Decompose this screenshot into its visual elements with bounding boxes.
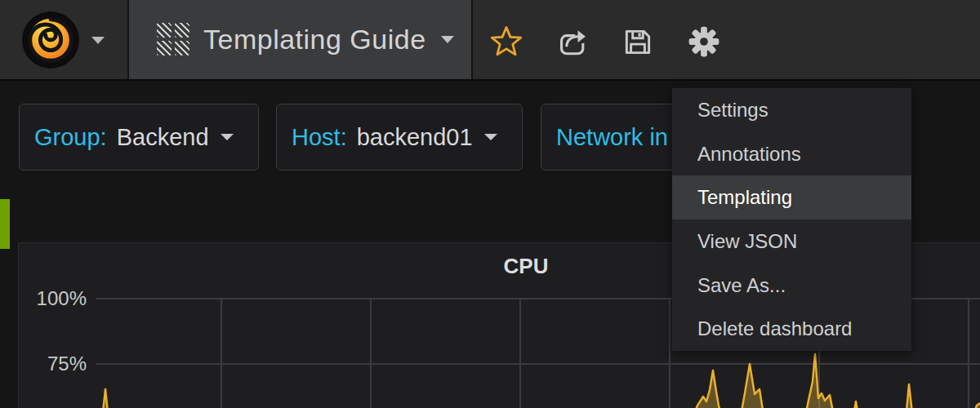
- share-icon: [552, 24, 586, 59]
- title-dropdown-caret-icon: [441, 36, 454, 43]
- dashboard-title: Templating Guide: [203, 24, 426, 55]
- variable-value: Backend: [117, 124, 209, 151]
- series-fill: [96, 354, 980, 408]
- menu-item-templating[interactable]: Templating: [672, 175, 911, 220]
- top-navbar: Templating Guide: [0, 0, 980, 81]
- menu-item-save-as---[interactable]: Save As...: [672, 264, 911, 308]
- menu-item-delete-dashboard[interactable]: Delete dashboard: [672, 307, 911, 351]
- menu-item-settings[interactable]: Settings: [672, 88, 911, 132]
- menu-item-view-json[interactable]: View JSON: [672, 220, 911, 264]
- variable-value: backend01: [357, 124, 473, 151]
- navbar-divider: [471, 0, 473, 79]
- grafana-logo[interactable]: [21, 11, 80, 69]
- gear-icon: [687, 24, 721, 59]
- variable-caret-icon: [220, 134, 234, 140]
- star-icon: [489, 24, 523, 59]
- star-button[interactable]: [489, 24, 523, 59]
- save-button[interactable]: [621, 24, 655, 59]
- variable-chip-group[interactable]: Group:Backend: [19, 104, 259, 171]
- share-button[interactable]: [552, 24, 586, 59]
- variable-label: Host:: [292, 124, 347, 151]
- save-icon: [621, 24, 655, 59]
- variable-chip-host[interactable]: Host:backend01: [276, 104, 523, 171]
- variable-label: Group:: [34, 124, 107, 151]
- menu-item-annotations[interactable]: Annotations: [672, 132, 911, 176]
- settings-button[interactable]: [687, 24, 721, 59]
- dashboard-settings-menu: SettingsAnnotationsTemplatingView JSONSa…: [672, 88, 911, 351]
- row-drag-handle[interactable]: [0, 199, 10, 249]
- grafana-logo-icon: [21, 11, 80, 69]
- variable-label: Network in: [556, 124, 668, 151]
- series-line: [96, 354, 980, 408]
- variable-caret-icon: [484, 134, 497, 140]
- dashboard-title-dropdown[interactable]: Templating Guide: [129, 0, 471, 79]
- dashboard-grid-icon: [157, 23, 190, 56]
- logo-dropdown-caret-icon[interactable]: [91, 37, 105, 44]
